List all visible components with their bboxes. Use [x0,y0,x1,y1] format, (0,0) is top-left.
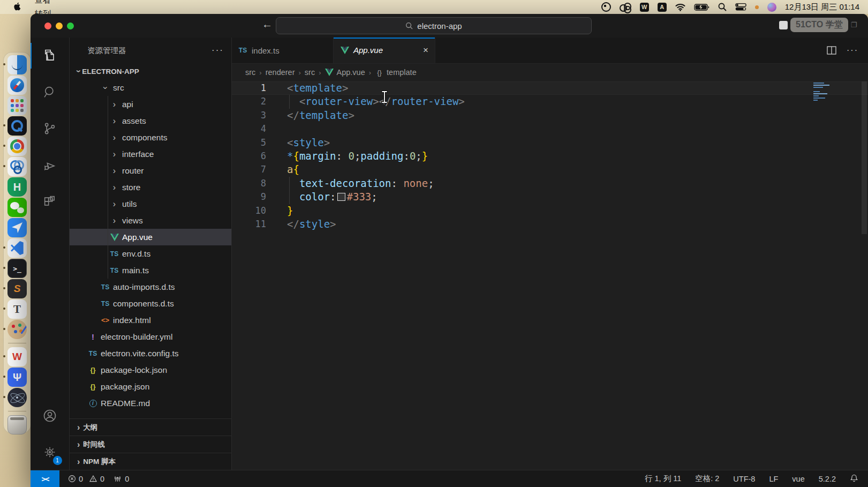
code-line-2[interactable]: 2 <router-view></router-view> [232,95,868,108]
sidebar-section-NPM 脚本[interactable]: ›NPM 脚本 [70,453,231,470]
dock-icon-sublime-text[interactable]: S [7,279,27,298]
account-button[interactable] [31,398,70,434]
dock-icon-wps-office[interactable]: W [7,347,27,366]
dock-icon-textedit[interactable]: T [7,299,27,319]
breadcrumb-item-template[interactable]: {}template [375,68,417,77]
tree-item-package-lock.json[interactable]: {}package-lock.json [70,362,231,378]
tree-item-index.html[interactable]: <>index.html [70,312,231,328]
activity-explorer[interactable] [31,38,70,74]
dock-icon-electron[interactable] [7,388,27,407]
tree-item-env.d.ts[interactable]: TSenv.d.ts [70,245,231,262]
tree-item-interface[interactable]: ›interface [70,146,231,162]
battery-icon[interactable] [694,2,710,12]
problems-indicator[interactable]: 0 0 [68,475,104,483]
code-line-1[interactable]: 1<template> [232,81,868,95]
dock-icon-dingtalk[interactable] [7,218,27,237]
tab-App.vue[interactable]: App.vue× [334,38,435,63]
tree-item-README.md[interactable]: iREADME.md [70,395,231,411]
breadcrumb-item-renderer[interactable]: renderer [266,68,295,77]
apple-icon[interactable] [7,0,28,14]
split-editor-icon[interactable] [826,45,837,56]
spotlight-icon[interactable] [718,2,727,12]
tree-item-auto-imports.d.ts[interactable]: TSauto-imports.d.ts [70,279,231,295]
menu-item-4[interactable]: 查看 [28,0,62,7]
tree-item-router[interactable]: ›router [70,162,231,179]
screen-recording-icon[interactable] [601,2,611,12]
dock-icon-trash[interactable] [7,415,27,434]
tab-index.ts[interactable]: TSindex.ts [232,38,334,63]
dock-icon-wechat[interactable] [7,198,27,217]
dock-icon-terminal[interactable]: >_ [7,259,27,278]
assistant-menu-icon[interactable]: A [658,3,667,12]
minimap[interactable] [813,83,837,104]
menu-clock[interactable]: 12月13日 周三 01:14 [785,2,859,12]
layout-grid-icon[interactable]: ❐ [851,21,858,29]
tree-item-main.ts[interactable]: TSmain.ts [70,262,231,279]
settings-button[interactable]: 1 [31,434,70,470]
command-center-search[interactable]: electron-app [276,17,592,34]
tree-item-App.vue[interactable]: App.vue [70,229,231,245]
activity-search[interactable] [31,74,70,110]
status-indentation[interactable]: 空格: 2 [695,474,719,484]
breadcrumb-item-App.vue[interactable]: App.vue [325,68,365,77]
remote-indicator[interactable]: >< [31,470,59,487]
dock-icon-quicktime[interactable] [7,116,27,136]
minimize-window-button[interactable] [56,23,63,29]
breadcrumb-item-src[interactable]: src [245,68,255,77]
tree-item-electron.vite.config.ts[interactable]: TSelectron.vite.config.ts [70,345,231,362]
dock-icon-deer-app[interactable]: Ψ [7,368,27,387]
tree-item-electron-builder.yml[interactable]: !electron-builder.yml [70,328,231,345]
status-version[interactable]: 5.2.2 [819,475,836,483]
editor-scrollbar[interactable] [862,81,867,234]
sidebar-section-时间线[interactable]: ›时间线 [70,436,231,453]
wifi-icon[interactable] [675,2,685,12]
explorer-more-icon[interactable]: ··· [212,45,224,56]
breadcrumb-item-src[interactable]: src [305,68,315,77]
ports-indicator[interactable]: 0 [113,475,129,483]
tree-item-api[interactable]: ›api [70,96,231,113]
activity-source-control[interactable] [31,110,70,147]
code-line-11[interactable]: 11</style> [232,218,868,231]
status-eol[interactable]: LF [769,475,778,483]
status-cursor-position[interactable]: 行 1, 列 11 [645,474,681,484]
app-braid-icon[interactable] [620,3,631,11]
code-line-5[interactable]: 5<style> [232,136,868,149]
tree-item-assets[interactable]: ›assets [70,113,231,129]
status-language-mode[interactable]: vue [792,475,804,483]
dock-icon-hbuilderx[interactable]: H [7,177,27,197]
tree-item-components[interactable]: ›components [70,129,231,146]
status-encoding[interactable]: UTF-8 [733,475,755,483]
code-line-10[interactable]: 10} [232,204,868,218]
tree-item-package.json[interactable]: {}package.json [70,378,231,395]
tree-item-components.d.ts[interactable]: TScomponents.d.ts [70,295,231,312]
tree-item-store[interactable]: ›store [70,179,231,196]
dock-icon-vscode[interactable] [7,238,27,258]
close-window-button[interactable] [44,23,51,29]
navigate-back-button[interactable]: ← [260,18,275,31]
control-center-icon[interactable] [735,2,746,12]
workspace-section-header[interactable]: › ELECTRON-APP [70,63,231,79]
code-line-8[interactable]: 8 text-decoration: none; [232,177,868,190]
zoom-window-button[interactable] [67,23,74,29]
tree-item-views[interactable]: ›views [70,212,231,229]
sidebar-section-大纲[interactable]: ›大纲 [70,418,231,436]
dock-icon-safari[interactable] [7,76,27,95]
close-tab-icon[interactable]: × [423,45,428,56]
wps-menu-icon[interactable]: W [640,3,649,12]
code-line-7[interactable]: 7a{ [232,163,868,176]
editor-code[interactable]: 1<template>2 <router-view></router-view>… [232,81,868,470]
bell-icon[interactable] [850,474,858,484]
code-line-3[interactable]: 3</template> [232,109,868,122]
tree-item-utils[interactable]: ›utils [70,196,231,212]
tree-item-src[interactable]: ›src [70,79,231,96]
code-line-9[interactable]: 9 color:#333; [232,190,868,204]
code-line-6[interactable]: 6*{margin: 0;padding:0;} [232,149,868,163]
dock-icon-paint-palette[interactable] [7,320,27,339]
siri-icon[interactable] [767,3,776,12]
activity-run-debug[interactable] [31,147,70,183]
editor-more-icon[interactable]: ··· [847,46,858,55]
dock-icon-chrome[interactable] [7,137,27,156]
activity-extensions[interactable] [31,183,70,220]
dock-icon-finder[interactable] [7,55,27,74]
dock-icon-app-circles[interactable] [7,157,27,176]
